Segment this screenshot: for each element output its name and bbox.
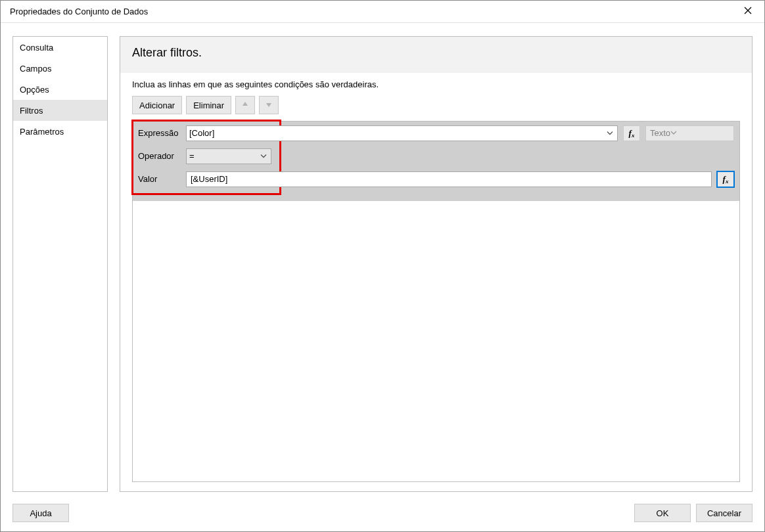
expression-input[interactable]: [Color] [186,125,618,141]
value-input[interactable] [186,171,712,187]
filter-row: Expressão [Color] fx Texto [133,122,739,201]
value-label: Valor [138,174,181,184]
expression-row: Expressão [Color] fx Texto [133,122,739,144]
add-button-label: Adicionar [139,100,175,110]
fx-icon: fx [629,128,635,139]
filters-grid: Expressão [Color] fx Texto [132,121,740,482]
instruction-text: Inclua as linhas em que as seguintes con… [132,79,740,89]
delete-button[interactable]: Eliminar [186,96,231,114]
chevron-down-icon [670,128,677,138]
sidebar-item-consulta[interactable]: Consulta [13,37,107,58]
help-button-label: Ajuda [30,508,51,518]
operator-row: Operador = [133,144,739,167]
value-input-field[interactable] [189,173,708,185]
operator-select[interactable]: = [186,148,271,164]
move-up-button[interactable] [235,96,255,114]
expression-value: [Color] [189,128,214,138]
sidebar-item-opcoes[interactable]: Opções [13,79,107,100]
chevron-down-icon [260,151,267,161]
sidebar-item-campos[interactable]: Campos [13,58,107,79]
operator-value: = [189,151,195,161]
ok-button-label: OK [657,508,669,518]
grid-empty-area [133,201,739,481]
content-panel: Alterar filtros. Inclua as linhas em que… [120,36,753,492]
type-select-value: Texto [650,128,670,138]
sidebar: Consulta Campos Opções Filtros Parâmetro… [12,36,108,492]
expression-fx-button[interactable]: fx [623,125,640,141]
title-bar: Propriedades do Conjunto de Dados [1,1,764,23]
expression-label: Expressão [138,128,181,138]
dialog-footer: Ajuda OK Cancelar [1,495,764,531]
cancel-button[interactable]: Cancelar [696,504,753,522]
move-down-button[interactable] [259,96,279,114]
sidebar-item-label: Parâmetros [20,127,64,137]
row-spacer [133,190,739,201]
type-select[interactable]: Texto [645,125,734,141]
cancel-button-label: Cancelar [707,508,741,518]
add-button[interactable]: Adicionar [132,96,182,114]
dialog-body: Consulta Campos Opções Filtros Parâmetro… [1,23,764,495]
fx-icon: fx [723,174,729,185]
close-icon [744,7,752,16]
filter-toolbar: Adicionar Eliminar [132,96,740,114]
arrow-down-icon [265,100,273,110]
content-heading: Alterar filtros. [120,37,752,73]
sidebar-item-label: Opções [20,85,49,95]
sidebar-item-label: Campos [20,64,51,74]
arrow-up-icon [241,100,249,110]
sidebar-item-filtros[interactable]: Filtros [13,100,107,121]
ok-button[interactable]: OK [634,504,691,522]
sidebar-item-label: Consulta [20,43,53,53]
sidebar-item-parametros[interactable]: Parâmetros [13,121,107,142]
help-button[interactable]: Ajuda [12,504,69,522]
sidebar-item-label: Filtros [20,106,43,116]
value-row: Valor fx [133,167,739,190]
close-button[interactable] [738,2,758,22]
operator-label: Operador [138,151,181,161]
window-title: Propriedades do Conjunto de Dados [10,7,148,16]
value-fx-button[interactable]: fx [717,171,734,187]
chevron-down-icon [607,128,613,138]
delete-button-label: Eliminar [193,100,224,110]
dialog-window: Propriedades do Conjunto de Dados Consul… [0,0,765,532]
content-body: Inclua as linhas em que as seguintes con… [120,73,752,491]
footer-right: OK Cancelar [634,504,753,522]
